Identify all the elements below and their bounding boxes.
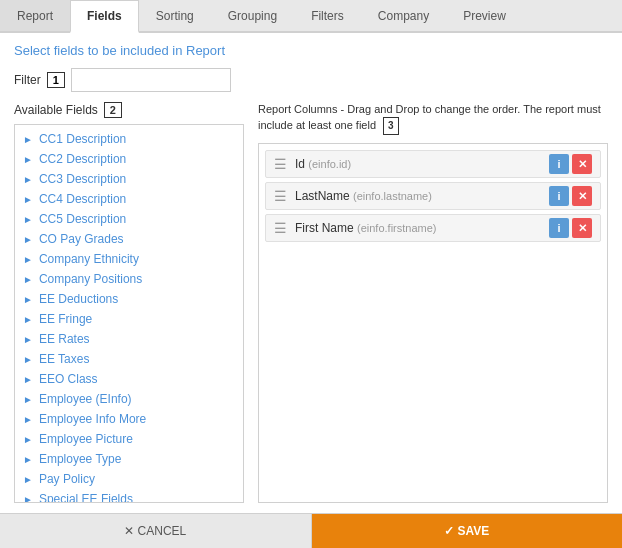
field-arrow-icon: ► xyxy=(23,234,33,245)
field-item-label: CC1 Description xyxy=(39,132,126,146)
field-arrow-icon: ► xyxy=(23,474,33,485)
drag-handle-icon[interactable]: ☰ xyxy=(274,220,287,236)
field-item-label: EE Taxes xyxy=(39,352,89,366)
field-item-label: EEO Class xyxy=(39,372,98,386)
field-item[interactable]: ►EE Taxes xyxy=(15,349,243,369)
field-item[interactable]: ►CC3 Description xyxy=(15,169,243,189)
field-item[interactable]: ►EE Fringe xyxy=(15,309,243,329)
field-item-label: Pay Policy xyxy=(39,472,95,486)
field-arrow-icon: ► xyxy=(23,154,33,165)
field-item[interactable]: ►EEO Class xyxy=(15,369,243,389)
available-fields-header: Available Fields 2 xyxy=(14,102,244,118)
column-label: LastName (einfo.lastname) xyxy=(295,189,546,203)
field-arrow-icon: ► xyxy=(23,374,33,385)
table-row: ☰ Id (einfo.id) i ✕ xyxy=(265,150,601,178)
field-item-label: Employee (EInfo) xyxy=(39,392,132,406)
filter-badge: 1 xyxy=(47,72,65,88)
report-columns-header: Report Columns - Drag and Drop to change… xyxy=(258,102,608,135)
panels: Available Fields 2 ►CC1 Description►CC2 … xyxy=(14,102,608,503)
tab-filters[interactable]: Filters xyxy=(294,0,361,31)
tab-company[interactable]: Company xyxy=(361,0,446,31)
field-item-label: Employee Picture xyxy=(39,432,133,446)
field-arrow-icon: ► xyxy=(23,174,33,185)
tab-sorting[interactable]: Sorting xyxy=(139,0,211,31)
column-remove-button[interactable]: ✕ xyxy=(572,186,592,206)
field-item[interactable]: ►EE Rates xyxy=(15,329,243,349)
field-item-label: CO Pay Grades xyxy=(39,232,124,246)
field-item-label: EE Deductions xyxy=(39,292,118,306)
field-arrow-icon: ► xyxy=(23,194,33,205)
field-item[interactable]: ►Company Positions xyxy=(15,269,243,289)
filter-input[interactable] xyxy=(71,68,231,92)
filter-row: Filter 1 xyxy=(14,68,608,92)
field-item[interactable]: ►Employee Type xyxy=(15,449,243,469)
field-item-label: Employee Type xyxy=(39,452,122,466)
field-item[interactable]: ►Pay Policy xyxy=(15,469,243,489)
filter-label: Filter xyxy=(14,73,41,87)
field-arrow-icon: ► xyxy=(23,294,33,305)
field-arrow-icon: ► xyxy=(23,494,33,504)
report-columns-badge: 3 xyxy=(383,117,399,135)
field-item[interactable]: ►CO Pay Grades xyxy=(15,229,243,249)
drag-handle-icon[interactable]: ☰ xyxy=(274,188,287,204)
columns-list: ☰ Id (einfo.id) i ✕ ☰ LastName (einfo.la… xyxy=(258,143,608,503)
field-item[interactable]: ►Special EE Fields xyxy=(15,489,243,503)
field-arrow-icon: ► xyxy=(23,394,33,405)
report-columns-header-text: Report Columns - Drag and Drop to change… xyxy=(258,103,601,131)
field-item-label: Employee Info More xyxy=(39,412,146,426)
column-remove-button[interactable]: ✕ xyxy=(572,154,592,174)
field-arrow-icon: ► xyxy=(23,414,33,425)
tab-grouping[interactable]: Grouping xyxy=(211,0,294,31)
field-item[interactable]: ►Employee Info More xyxy=(15,409,243,429)
field-arrow-icon: ► xyxy=(23,314,33,325)
table-row: ☰ LastName (einfo.lastname) i ✕ xyxy=(265,182,601,210)
field-arrow-icon: ► xyxy=(23,274,33,285)
main-content: Select fields to be included in Report F… xyxy=(0,33,622,513)
available-fields-badge: 2 xyxy=(104,102,122,118)
field-item-label: Company Ethnicity xyxy=(39,252,139,266)
field-item[interactable]: ►EE Deductions xyxy=(15,289,243,309)
drag-handle-icon[interactable]: ☰ xyxy=(274,156,287,172)
field-item[interactable]: ►CC4 Description xyxy=(15,189,243,209)
field-arrow-icon: ► xyxy=(23,254,33,265)
field-item-label: CC4 Description xyxy=(39,192,126,206)
field-item-label: EE Rates xyxy=(39,332,90,346)
tab-report[interactable]: Report xyxy=(0,0,70,31)
table-row: ☰ First Name (einfo.firstname) i ✕ xyxy=(265,214,601,242)
field-item[interactable]: ►Company Ethnicity xyxy=(15,249,243,269)
field-item[interactable]: ►CC1 Description xyxy=(15,129,243,149)
field-arrow-icon: ► xyxy=(23,334,33,345)
column-remove-button[interactable]: ✕ xyxy=(572,218,592,238)
field-item-label: CC2 Description xyxy=(39,152,126,166)
field-arrow-icon: ► xyxy=(23,134,33,145)
footer: ✕ CANCEL ✓ SAVE xyxy=(0,513,622,548)
field-item-label: Special EE Fields xyxy=(39,492,133,503)
field-item[interactable]: ►CC5 Description xyxy=(15,209,243,229)
column-label: First Name (einfo.firstname) xyxy=(295,221,546,235)
field-item[interactable]: ►Employee (EInfo) xyxy=(15,389,243,409)
field-item-label: CC5 Description xyxy=(39,212,126,226)
cancel-button[interactable]: ✕ CANCEL xyxy=(0,514,312,548)
right-panel: Report Columns - Drag and Drop to change… xyxy=(258,102,608,503)
column-info-button[interactable]: i xyxy=(549,154,569,174)
save-button[interactable]: ✓ SAVE xyxy=(312,514,623,548)
field-item-label: CC3 Description xyxy=(39,172,126,186)
available-fields-label: Available Fields xyxy=(14,103,98,117)
column-info-button[interactable]: i xyxy=(549,218,569,238)
tab-fields[interactable]: Fields xyxy=(70,0,139,33)
field-item-label: EE Fringe xyxy=(39,312,92,326)
tab-bar: ReportFieldsSortingGroupingFiltersCompan… xyxy=(0,0,622,33)
field-arrow-icon: ► xyxy=(23,214,33,225)
field-item-label: Company Positions xyxy=(39,272,142,286)
fields-list: ►CC1 Description►CC2 Description►CC3 Des… xyxy=(14,124,244,503)
field-item[interactable]: ►CC2 Description xyxy=(15,149,243,169)
left-panel: Available Fields 2 ►CC1 Description►CC2 … xyxy=(14,102,244,503)
field-arrow-icon: ► xyxy=(23,434,33,445)
tab-preview[interactable]: Preview xyxy=(446,0,523,31)
field-item[interactable]: ►Employee Picture xyxy=(15,429,243,449)
column-info-button[interactable]: i xyxy=(549,186,569,206)
field-arrow-icon: ► xyxy=(23,354,33,365)
field-arrow-icon: ► xyxy=(23,454,33,465)
section-title: Select fields to be included in Report xyxy=(14,43,608,58)
column-label: Id (einfo.id) xyxy=(295,157,546,171)
